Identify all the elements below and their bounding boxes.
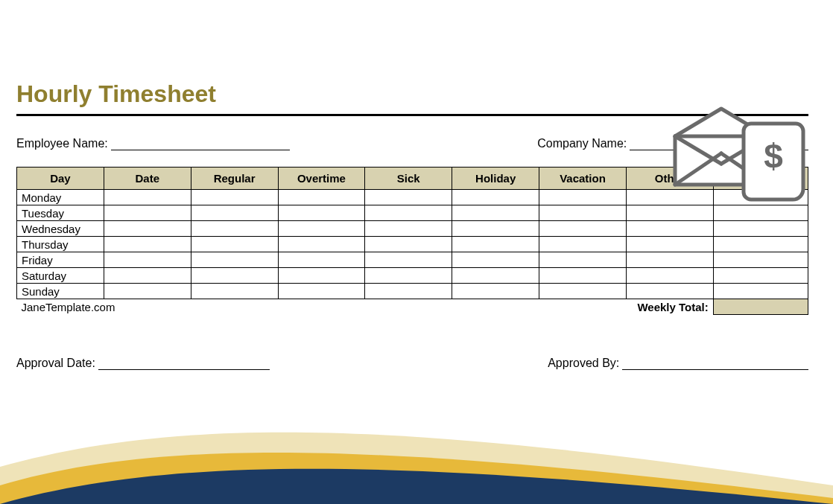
weekly-total-row: JaneTemplate.com Weekly Total: [17, 299, 808, 315]
timesheet-cell[interactable] [191, 268, 278, 284]
approval-date-field[interactable]: Approval Date: [16, 357, 270, 370]
timesheet-cell[interactable] [452, 205, 539, 221]
timesheet-cell[interactable] [104, 252, 191, 268]
timesheet-cell[interactable] [191, 284, 278, 299]
timesheet-cell[interactable] [452, 221, 539, 237]
col-sick: Sick [365, 168, 452, 190]
employee-name-label: Employee Name: [16, 137, 108, 150]
timesheet-cell[interactable] [626, 284, 713, 299]
approved-by-value[interactable] [622, 357, 808, 370]
timesheet-cell[interactable] [365, 221, 452, 237]
timesheet-cell[interactable] [104, 190, 191, 205]
timesheet-cell[interactable] [104, 237, 191, 252]
day-name-cell: Tuesday [17, 205, 104, 221]
timesheet-cell[interactable] [713, 237, 808, 252]
timesheet-cell[interactable] [626, 221, 713, 237]
timesheet-cell[interactable] [713, 284, 808, 299]
timesheet-cell[interactable] [539, 205, 627, 221]
timesheet-cell[interactable] [713, 252, 808, 268]
weekly-total-value[interactable] [713, 299, 808, 315]
timesheet-cell[interactable] [626, 237, 713, 252]
timesheet-cell[interactable] [539, 284, 627, 299]
timesheet-cell[interactable] [452, 284, 539, 299]
timesheet-cell[interactable] [191, 221, 278, 237]
day-name-cell: Thursday [17, 237, 104, 252]
timesheet-cell[interactable] [365, 268, 452, 284]
timesheet-cell[interactable] [365, 205, 452, 221]
day-name-cell: Wednesday [17, 221, 104, 237]
timesheet-cell[interactable] [104, 284, 191, 299]
timesheet-cell[interactable] [452, 252, 539, 268]
timesheet-cell[interactable] [278, 190, 365, 205]
timesheet-cell[interactable] [278, 284, 365, 299]
day-name-cell: Saturday [17, 268, 104, 284]
timesheet-cell[interactable] [539, 221, 627, 237]
col-holiday: Holiday [452, 168, 539, 190]
timesheet-cell[interactable] [452, 268, 539, 284]
timesheet-cell[interactable] [539, 190, 627, 205]
timesheet-cell[interactable] [191, 252, 278, 268]
timesheet-cell[interactable] [539, 268, 627, 284]
timesheet-cell[interactable] [104, 268, 191, 284]
timesheet-cell[interactable] [713, 221, 808, 237]
timesheet-cell[interactable] [191, 237, 278, 252]
timesheet-cell[interactable] [278, 252, 365, 268]
timesheet-cell[interactable] [365, 284, 452, 299]
timesheet-cell[interactable] [278, 205, 365, 221]
employee-name-value[interactable] [111, 137, 290, 150]
timesheet-cell[interactable] [365, 190, 452, 205]
payroll-envelope-icon: $ [669, 103, 811, 210]
timesheet-cell[interactable] [278, 268, 365, 284]
timesheet-cell[interactable] [104, 205, 191, 221]
timesheet-cell[interactable] [191, 190, 278, 205]
col-day: Day [17, 168, 104, 190]
day-name-cell: Sunday [17, 284, 104, 299]
approval-date-value[interactable] [98, 357, 270, 370]
table-row: Friday [17, 252, 808, 268]
table-row: Wednesday [17, 221, 808, 237]
timesheet-cell[interactable] [713, 268, 808, 284]
col-vacation: Vacation [539, 168, 627, 190]
timesheet-cell[interactable] [539, 237, 627, 252]
site-credit: JaneTemplate.com [17, 299, 539, 315]
timesheet-cell[interactable] [104, 221, 191, 237]
table-row: Sunday [17, 284, 808, 299]
company-name-label: Company Name: [537, 137, 627, 150]
table-row: Thursday [17, 237, 808, 252]
weekly-total-label: Weekly Total: [539, 299, 714, 315]
approved-by-label: Approved By: [548, 357, 619, 370]
col-overtime: Overtime [278, 168, 365, 190]
timesheet-cell[interactable] [365, 252, 452, 268]
timesheet-cell[interactable] [365, 237, 452, 252]
timesheet-cell[interactable] [278, 221, 365, 237]
timesheet-cell[interactable] [278, 237, 365, 252]
approval-date-label: Approval Date: [16, 357, 95, 370]
timesheet-cell[interactable] [539, 252, 627, 268]
day-name-cell: Friday [17, 252, 104, 268]
timesheet-cell[interactable] [626, 252, 713, 268]
timesheet-cell[interactable] [626, 268, 713, 284]
employee-name-field[interactable]: Employee Name: [16, 137, 290, 150]
svg-text:$: $ [764, 137, 783, 176]
approved-by-field[interactable]: Approved By: [548, 357, 808, 370]
col-date: Date [104, 168, 191, 190]
col-regular: Regular [191, 168, 278, 190]
timesheet-cell[interactable] [191, 205, 278, 221]
timesheet-cell[interactable] [452, 190, 539, 205]
table-row: Saturday [17, 268, 808, 284]
timesheet-cell[interactable] [452, 237, 539, 252]
day-name-cell: Monday [17, 190, 104, 205]
